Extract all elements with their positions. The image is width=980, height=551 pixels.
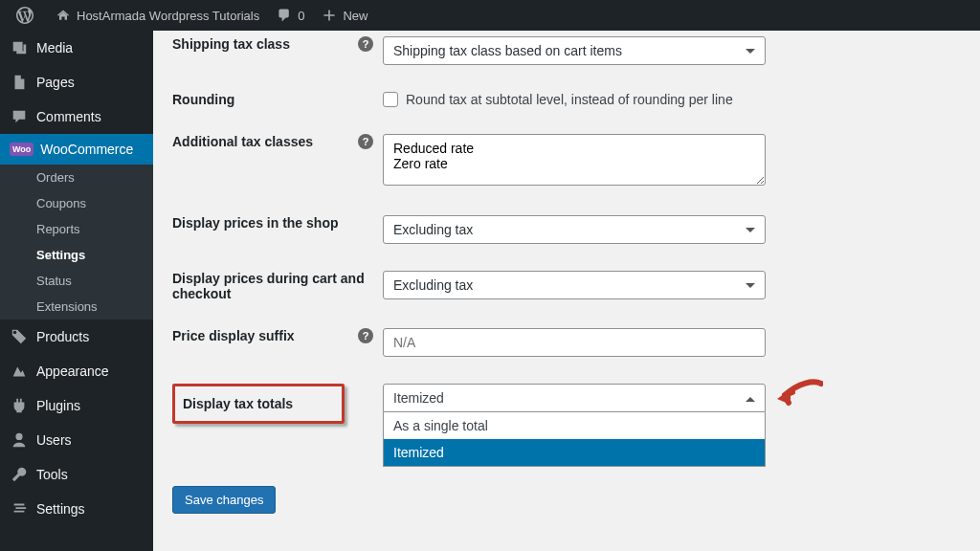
plugins-icon <box>10 396 29 415</box>
highlighted-label: Display tax totals <box>172 384 345 424</box>
option-single-total[interactable]: As a single total <box>384 412 765 439</box>
settings-icon <box>10 499 29 518</box>
label-display-prices-shop: Display prices in the shop <box>172 215 339 231</box>
checkbox-rounding-label[interactable]: Round tax at subtotal level, instead of … <box>383 92 766 107</box>
tools-icon <box>10 465 29 484</box>
wp-logo[interactable] <box>8 0 46 31</box>
checkbox-rounding[interactable] <box>383 92 398 107</box>
submenu-item-extensions[interactable]: Extensions <box>0 294 153 320</box>
site-title: HostArmada Wordpress Tutorials <box>77 9 259 23</box>
submenu-item-status[interactable]: Status <box>0 268 153 294</box>
sidebar-item-users[interactable]: Users <box>0 423 153 457</box>
sidebar-item-label: Settings <box>36 501 85 517</box>
settings-content: Shipping tax class ? Shipping tax class … <box>153 31 980 551</box>
new-label: New <box>343 9 368 23</box>
sidebar-item-label: Media <box>36 40 73 55</box>
option-itemized[interactable]: Itemized <box>384 439 765 466</box>
products-icon <box>10 327 29 346</box>
sidebar-item-label: Appearance <box>36 364 109 379</box>
comment-count: 0 <box>298 9 304 23</box>
label-price-display-suffix: Price display suffix <box>172 328 295 343</box>
select-display-prices-cart[interactable]: Excluding tax <box>383 271 766 299</box>
wordpress-icon <box>15 6 34 25</box>
sidebar-item-comments[interactable]: Comments <box>0 99 153 134</box>
submenu-item-reports[interactable]: Reports <box>0 216 153 242</box>
woocommerce-icon: Woo <box>10 143 33 156</box>
submenu-item-settings[interactable]: Settings <box>0 242 153 268</box>
help-icon[interactable]: ? <box>358 36 373 52</box>
submenu-item-coupons[interactable]: Coupons <box>0 190 153 216</box>
comments-link[interactable]: 0 <box>267 0 312 31</box>
sidebar-item-media[interactable]: Media <box>0 31 153 65</box>
sidebar-item-appearance[interactable]: Appearance <box>0 354 153 388</box>
sidebar-item-settings[interactable]: Settings <box>0 492 153 526</box>
sidebar-item-label: Plugins <box>36 398 80 413</box>
sidebar-item-products[interactable]: Products <box>0 320 153 354</box>
select-shipping-tax-class[interactable]: Shipping tax class based on cart items <box>383 36 766 65</box>
help-icon[interactable]: ? <box>358 134 373 149</box>
red-arrow-annotation <box>775 378 823 407</box>
site-name-link[interactable]: HostArmada Wordpress Tutorials <box>46 0 267 31</box>
sidebar-item-label: Comments <box>36 109 101 124</box>
select-display-tax-totals[interactable]: Itemized As a single total Itemized <box>383 384 766 467</box>
pages-icon <box>10 73 29 92</box>
woocommerce-submenu: Orders Coupons Reports Settings Status E… <box>0 165 153 320</box>
label-display-tax-totals: Display tax totals <box>183 396 293 411</box>
dropdown-display-tax-totals: As a single total Itemized <box>383 412 766 467</box>
sidebar-item-label: Products <box>36 329 89 344</box>
admin-sidebar: Media Pages Comments Woo WooCommerce Ord… <box>0 31 153 551</box>
appearance-icon <box>10 362 29 381</box>
save-button[interactable]: Save changes <box>172 486 276 514</box>
sidebar-item-label: Pages <box>36 75 75 90</box>
sidebar-item-label: Users <box>36 432 72 448</box>
label-rounding: Rounding <box>172 92 234 107</box>
comments-icon <box>10 107 29 126</box>
label-display-prices-cart: Display prices during cart and checkout <box>172 271 373 301</box>
label-shipping-tax-class: Shipping tax class <box>172 36 290 52</box>
sidebar-item-label: WooCommerce <box>40 142 133 157</box>
home-icon <box>54 6 73 25</box>
plus-icon <box>320 6 339 25</box>
sidebar-item-plugins[interactable]: Plugins <box>0 388 153 423</box>
new-content-link[interactable]: New <box>312 0 375 31</box>
media-icon <box>10 38 29 57</box>
select-display-prices-shop[interactable]: Excluding tax <box>383 215 766 244</box>
comment-icon <box>275 6 294 25</box>
submenu-item-orders[interactable]: Orders <box>0 165 153 190</box>
wp-admin-bar: HostArmada Wordpress Tutorials 0 New <box>0 0 980 31</box>
users-icon <box>10 430 29 450</box>
help-icon[interactable]: ? <box>358 328 373 343</box>
sidebar-item-pages[interactable]: Pages <box>0 65 153 99</box>
label-additional-tax-classes: Additional tax classes <box>172 134 313 149</box>
sidebar-item-tools[interactable]: Tools <box>0 457 153 492</box>
textarea-additional-tax-classes[interactable] <box>383 134 766 186</box>
sidebar-item-label: Tools <box>36 467 68 482</box>
sidebar-item-woocommerce[interactable]: Woo WooCommerce <box>0 134 153 165</box>
input-price-display-suffix[interactable] <box>383 328 766 357</box>
